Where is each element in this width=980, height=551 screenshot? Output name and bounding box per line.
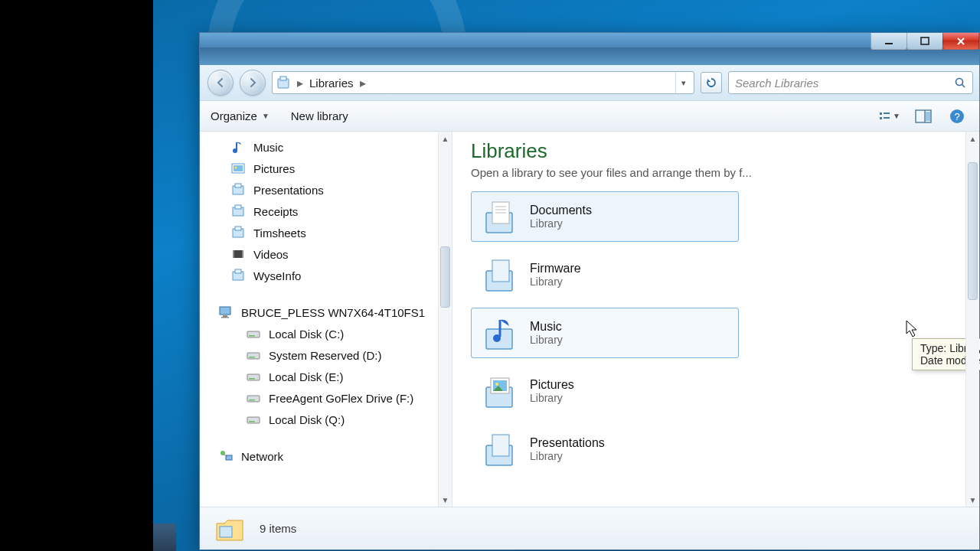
svg-rect-38 [249,378,255,380]
search-placeholder: Search Libraries [735,77,818,90]
sidebar-item-videos[interactable]: Videos [200,243,452,265]
svg-rect-31 [223,315,227,317]
desktop-background: ▸ Libraries ▸ ▾ Search Libraries [153,0,980,551]
sidebar-drive-d[interactable]: System Reserved (D:) [200,344,452,366]
sidebar-item-label: WyseInfo [253,269,301,282]
svg-rect-7 [884,112,890,114]
sidebar-item-wyseinfo[interactable]: WyseInfo [200,265,452,286]
svg-rect-25 [233,250,243,258]
titlebar[interactable] [200,33,979,65]
sidebar-drive-q[interactable]: Local Disk (Q:) [200,409,452,430]
sidebar-drive-c[interactable]: Local Disk (C:) [200,323,452,344]
forward-button[interactable] [240,70,266,96]
breadcrumb-location[interactable]: Libraries [305,77,358,90]
scroll-down-icon[interactable]: ▼ [966,493,979,507]
back-button[interactable] [207,70,234,96]
svg-rect-22 [235,205,241,209]
search-box[interactable]: Search Libraries [728,71,973,94]
sidebar-item-receipts[interactable]: Receipts [200,201,452,222]
library-name: Firmware [530,262,581,276]
svg-rect-41 [247,417,260,423]
preview-pane-icon [915,109,932,123]
sidebar-scrollbar[interactable]: ▲ ▼ [438,132,452,507]
sidebar-item-music[interactable]: Music [200,136,452,158]
sidebar-item-timsheets[interactable]: Timsheets [200,222,452,243]
scrollbar-thumb[interactable] [968,162,978,300]
maximize-button[interactable] [906,33,943,50]
navigation-pane[interactable]: Music Pictures Presentations Receipts Ti… [200,132,452,507]
sidebar-item-label: Music [253,141,283,154]
window-controls [871,33,979,50]
network-icon [218,448,234,464]
organize-menu[interactable]: Organize ▼ [211,109,270,122]
address-bar[interactable]: ▸ Libraries ▸ ▾ [272,71,694,94]
generic-library-icon [479,255,519,295]
library-name: Presentations [530,436,605,450]
scroll-down-icon[interactable]: ▼ [439,493,452,507]
sidebar-item-label: System Reserved (D:) [269,349,382,362]
minimize-button[interactable] [871,33,907,50]
content-pane[interactable]: Libraries Open a library to see your fil… [452,132,979,507]
sidebar-network[interactable]: Network [200,445,452,467]
sidebar-item-label: Local Disk (C:) [269,328,344,341]
organize-label: Organize [211,109,257,122]
new-library-button[interactable]: New library [291,109,348,122]
svg-rect-35 [247,353,260,359]
sidebar-computer[interactable]: BRUCE_PLESS WN7X64-4T10FS1 [200,302,452,323]
svg-rect-39 [247,396,260,402]
scroll-up-icon[interactable]: ▲ [966,132,979,145]
svg-text:?: ? [954,111,959,122]
sidebar-drive-f[interactable]: FreeAgent GoFlex Drive (F:) [200,387,452,409]
sidebar-item-label: Presentations [253,184,324,197]
help-icon: ? [949,109,965,124]
sidebar-item-label: Local Disk (E:) [269,370,344,383]
scroll-up-icon[interactable]: ▲ [439,132,452,145]
refresh-button[interactable] [701,72,722,93]
maximize-icon [920,37,929,46]
search-icon [954,77,966,89]
chevron-down-icon: ▼ [893,112,900,120]
sidebar-item-label: Receipts [253,205,298,218]
library-icon [230,225,246,240]
sidebar-item-label: Videos [253,248,289,261]
library-item-documents[interactable]: Documents Library [471,191,739,242]
svg-line-5 [962,85,965,88]
close-button[interactable] [942,33,979,50]
drive-icon [246,347,261,363]
sidebar-item-label: Timsheets [253,227,306,240]
sidebar-item-label: Pictures [253,162,295,175]
svg-rect-8 [880,117,882,119]
library-icon [230,268,246,283]
sidebar-drive-e[interactable]: Local Disk (E:) [200,366,452,387]
sidebar-item-presentations[interactable]: Presentations [200,179,452,201]
library-item-pictures[interactable]: Pictures Library [471,366,739,416]
drive-icon [246,369,261,384]
library-item-music[interactable]: Music Library [471,308,739,358]
help-button[interactable]: ? [946,106,969,126]
library-item-firmware[interactable]: Firmware Library [471,249,739,300]
svg-rect-3 [280,77,286,80]
videos-icon [230,246,246,262]
content-scrollbar[interactable]: ▲ ▼ [965,132,979,507]
sidebar-item-pictures[interactable]: Pictures [200,158,452,179]
view-options-button[interactable]: ▼ [878,106,901,126]
address-dropdown[interactable]: ▾ [675,72,691,93]
preview-pane-button[interactable] [912,106,935,126]
library-item-presentations[interactable]: Presentations Library [471,424,739,474]
new-library-label: New library [291,109,348,122]
library-type: Library [530,276,581,288]
scrollbar-thumb[interactable] [440,246,450,308]
svg-rect-6 [880,112,882,115]
explorer-window: ▸ Libraries ▸ ▾ Search Libraries [199,32,980,550]
sidebar-computer-label: BRUCE_PLESS WN7X64-4T10FS1 [241,306,425,319]
svg-rect-24 [235,227,241,230]
close-icon [956,37,965,46]
back-arrow-icon [214,77,227,89]
svg-rect-60 [492,435,509,456]
svg-rect-17 [234,165,243,171]
svg-rect-12 [926,112,930,121]
libraries-icon [276,74,292,91]
svg-rect-61 [220,527,232,537]
svg-rect-27 [242,250,243,258]
library-name: Music [530,320,563,334]
